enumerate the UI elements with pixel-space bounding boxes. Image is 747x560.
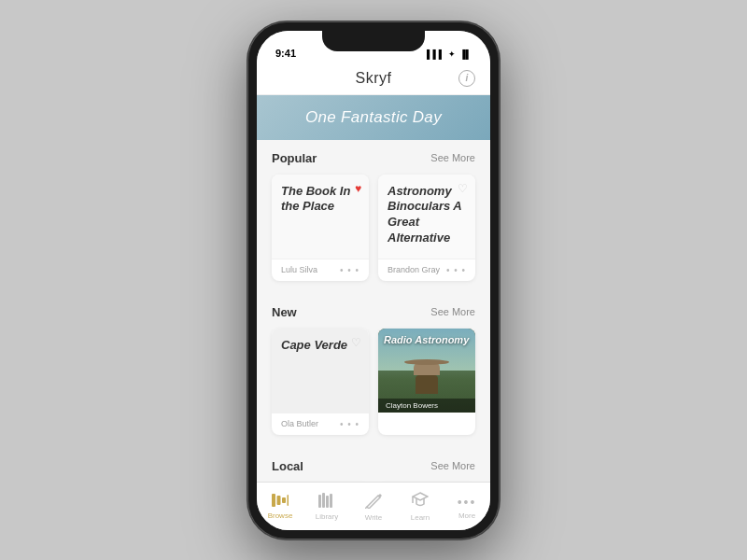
- bottom-nav: Browse Library: [257, 482, 490, 530]
- section-popular: Popular See More The Book In the Place ♥…: [257, 140, 490, 281]
- book-author-1: Lulu Silva: [281, 265, 317, 274]
- book-title-radio-astronomy: Radio Astronomy: [384, 334, 469, 346]
- svg-rect-6: [326, 496, 329, 508]
- section-header-local: Local See More: [272, 459, 475, 473]
- learn-icon: [412, 492, 429, 511]
- phone-frame: 9:41 ▌▌▌ ✦ ▐▌ Skryf i One Fantastic Day …: [247, 21, 500, 539]
- book-overlay-author-radio: Clayton Bowers: [378, 399, 475, 413]
- library-icon: [318, 493, 335, 511]
- phone-screen: 9:41 ▌▌▌ ✦ ▐▌ Skryf i One Fantastic Day …: [257, 31, 490, 530]
- more-icon: •••: [458, 495, 477, 510]
- section-new: New See More Cape Verde ♡ Ola Butler • •…: [257, 294, 490, 435]
- section-header-popular: Popular See More: [272, 151, 475, 165]
- see-more-popular[interactable]: See More: [430, 152, 475, 163]
- book-dots-cape-verde[interactable]: • • •: [340, 419, 359, 429]
- svg-rect-7: [330, 494, 332, 508]
- status-icons: ▌▌▌ ✦ ▐▌: [427, 49, 472, 59]
- heart-icon-1[interactable]: ♥: [355, 182, 361, 195]
- section-local: Local See More Astronomy Binoculars ♡: [257, 448, 490, 482]
- browse-icon: [272, 494, 289, 510]
- book-author-cape-verde: Ola Butler: [281, 419, 318, 428]
- see-more-local[interactable]: See More: [430, 460, 475, 471]
- banner-text: One Fantastic Day: [305, 108, 442, 127]
- book-card-astronomy-binoculars[interactable]: Astronomy Binoculars A Great Alternative…: [378, 175, 475, 281]
- signal-icon: ▌▌▌: [427, 49, 444, 59]
- book-footer-2: Brandon Gray • • •: [378, 259, 475, 281]
- nav-item-more[interactable]: ••• More: [444, 493, 490, 520]
- heart-icon-2[interactable]: ♡: [458, 182, 468, 195]
- book-card-cape-verde[interactable]: Cape Verde ♡ Ola Butler • • •: [272, 329, 369, 435]
- nav-label-browse: Browse: [268, 511, 293, 520]
- book-title-1: The Book In the Place: [281, 184, 359, 216]
- section-title-local: Local: [272, 459, 303, 473]
- svg-rect-3: [288, 495, 289, 506]
- book-cover-radio-astronomy: Radio Astronomy Clayton Bowers: [378, 329, 475, 413]
- book-card-the-book-in-the-place[interactable]: The Book In the Place ♥ Lulu Silva • • •: [272, 175, 369, 281]
- nav-label-write: Write: [365, 513, 383, 522]
- book-cover-2: Astronomy Binoculars A Great Alternative…: [378, 175, 475, 259]
- section-title-new: New: [272, 305, 297, 319]
- battery-icon: ▐▌: [459, 49, 472, 59]
- book-dots-1[interactable]: • • •: [340, 265, 359, 275]
- nav-item-library[interactable]: Library: [303, 491, 350, 521]
- section-title-popular: Popular: [272, 151, 317, 165]
- banner: One Fantastic Day: [257, 95, 490, 140]
- book-footer-1: Lulu Silva • • •: [272, 259, 369, 281]
- svg-rect-5: [322, 493, 325, 508]
- book-title-cape-verde: Cape Verde: [281, 338, 347, 354]
- svg-rect-4: [318, 495, 321, 508]
- section-header-new: New See More: [272, 305, 475, 319]
- info-button[interactable]: i: [458, 70, 475, 87]
- see-more-new[interactable]: See More: [430, 306, 475, 317]
- book-card-radio-astronomy[interactable]: Radio Astronomy Clayton Bowers: [378, 329, 475, 435]
- svg-marker-9: [413, 493, 428, 500]
- new-books-row: Cape Verde ♡ Ola Butler • • •: [272, 329, 475, 435]
- scroll-content[interactable]: One Fantastic Day Popular See More The B…: [257, 95, 490, 482]
- book-dots-2[interactable]: • • •: [446, 265, 466, 275]
- book-footer-cape-verde: Ola Butler • • •: [272, 413, 369, 435]
- book-author-2: Brandon Gray: [388, 265, 440, 274]
- nav-item-write[interactable]: Write: [350, 490, 397, 522]
- nav-label-learn: Learn: [411, 513, 430, 522]
- svg-rect-1: [277, 496, 281, 505]
- app-title: Skryf: [356, 70, 392, 87]
- popular-books-row: The Book In the Place ♥ Lulu Silva • • •…: [272, 175, 475, 281]
- book-cover-cape-verde: Cape Verde ♡: [272, 329, 369, 413]
- book-cover-1: The Book In the Place ♥: [272, 175, 369, 259]
- heart-icon-cape-verde[interactable]: ♡: [351, 336, 361, 349]
- nav-label-more: More: [458, 511, 475, 520]
- nav-item-browse[interactable]: Browse: [257, 492, 303, 520]
- svg-rect-0: [272, 494, 275, 507]
- nav-label-library: Library: [316, 512, 338, 521]
- nav-item-learn[interactable]: Learn: [397, 490, 444, 522]
- write-icon: [365, 492, 382, 511]
- svg-line-8: [365, 507, 367, 509]
- status-time: 9:41: [275, 48, 296, 59]
- book-title-2: Astronomy Binoculars A Great Alternative: [388, 184, 466, 247]
- notch: [322, 31, 425, 51]
- svg-rect-2: [282, 497, 286, 503]
- app-header: Skryf i: [257, 63, 490, 95]
- wifi-icon: ✦: [448, 49, 456, 59]
